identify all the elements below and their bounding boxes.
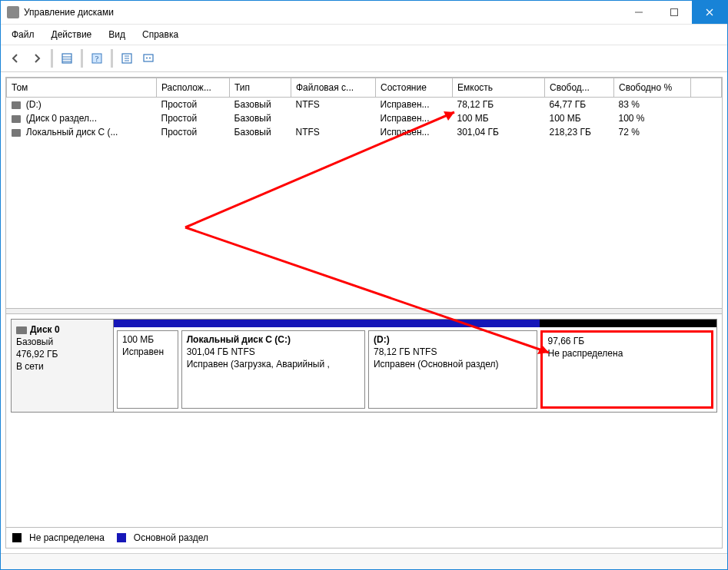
partition-stripe [114,320,170,327]
vol-free: 218,23 ГБ [545,125,614,139]
partition-size: 100 МБ [122,334,173,345]
volume-row[interactable]: (D:)ПростойБазовыйNTFSИсправен...78,12 Г… [7,98,722,112]
vol-name: Локальный диск C (... [24,127,118,138]
vol-free: 64,77 ГБ [545,98,614,112]
maximize-button[interactable] [657,1,692,24]
vol-status: Исправен... [376,125,453,139]
minimize-button[interactable] [621,1,657,24]
col-spacer [691,78,722,98]
disk-name: Диск 0 [30,324,60,335]
partition-status: Исправен [122,346,173,357]
legend-unallocated: Не распределена [29,532,105,543]
legend-swatch-unallocated [12,533,22,542]
vol-fs [291,111,376,125]
statusbar [1,553,727,569]
partition-size: 97,66 ГБ [547,336,706,346]
toolbar-separator [51,49,53,68]
column-headers[interactable]: Том Располож... Тип Файловая с... Состоя… [7,78,722,98]
volume-row[interactable]: Локальный диск C (...ПростойБазовыйNTFSИ… [7,125,722,139]
partition-status: Не распределена [547,348,706,359]
svg-rect-1 [671,9,678,16]
close-button[interactable] [692,1,727,24]
vol-status: Исправен... [376,98,453,112]
partition-status: Исправен (Загрузка, Аварийный , [187,359,360,370]
partition-stripe [363,320,540,327]
partition-status: Исправен (Основной раздел) [374,359,533,370]
settings-button[interactable] [138,49,158,68]
col-type[interactable]: Тип [230,78,291,98]
legend-primary: Основной раздел [134,532,208,543]
vol-capacity: 78,12 ГБ [453,98,545,112]
disk-size: 476,92 ГБ [16,349,108,360]
vol-free: 100 МБ [545,111,614,125]
col-fs[interactable]: Файловая с... [291,78,376,98]
menu-view[interactable]: Вид [101,28,133,41]
partition-title: Локальный диск C (C:) [187,334,360,345]
menubar: Файл Действие Вид Справка [1,25,727,45]
partition-size: 78,12 ГБ NTFS [374,346,533,357]
volume-row[interactable]: (Диск 0 раздел...ПростойБазовыйИсправен.… [7,111,722,125]
app-icon [7,6,19,18]
toolbar-separator [81,49,83,68]
disk-info: Диск 0 Базовый 476,92 ГБ В сети [12,320,114,412]
partition-stripe [170,320,363,327]
col-layout[interactable]: Располож... [157,78,230,98]
vol-fs: NTFS [291,98,376,112]
toolbar: ? [1,45,727,72]
drive-icon [12,115,21,123]
graphical-view[interactable]: Диск 0 Базовый 476,92 ГБ В сети 100 МБИс… [6,314,722,527]
window-controls [621,1,727,24]
partition-box[interactable]: Локальный диск C (C:)301,04 ГБ NTFSИспра… [181,330,365,409]
col-capacity[interactable]: Емкость [453,78,545,98]
vol-type: Базовый [230,111,291,125]
svg-point-16 [149,58,151,59]
content-pane: Том Располож... Тип Файловая с... Состоя… [5,77,723,548]
disk-row[interactable]: Диск 0 Базовый 476,92 ГБ В сети 100 МБИс… [11,319,717,413]
vol-free-pct: 100 % [614,111,691,125]
vol-layout: Простой [157,125,230,139]
vol-layout: Простой [157,98,230,112]
drive-icon [12,101,21,109]
menu-action[interactable]: Действие [44,28,100,41]
vol-fs: NTFS [291,125,376,139]
drive-icon [12,129,21,137]
partition-box[interactable]: 97,66 ГБНе распределена [540,330,713,409]
partition-box[interactable]: 100 МБИсправен [117,330,178,409]
disk-icon [16,326,27,334]
forward-button[interactable] [27,49,47,68]
col-free-pct[interactable]: Свободно % [614,78,691,98]
disk-state: В сети [16,361,108,372]
vol-layout: Простой [157,111,230,125]
menu-file[interactable]: Файл [4,28,42,41]
vol-capacity: 100 МБ [453,111,545,125]
help-button[interactable]: ? [87,49,107,68]
disk-type: Базовый [16,336,108,347]
svg-rect-14 [144,55,153,61]
partition-title: (D:) [374,334,533,345]
back-button[interactable] [5,49,25,68]
vol-capacity: 301,04 ГБ [453,125,545,139]
vol-type: Базовый [230,125,291,139]
vol-type: Базовый [230,98,291,112]
legend: Не распределена Основной раздел [6,527,722,548]
legend-swatch-primary [117,533,126,542]
svg-point-15 [146,58,148,59]
col-status[interactable]: Состояние [376,78,453,98]
properties-button[interactable] [57,49,77,68]
menu-help[interactable]: Справка [135,28,186,41]
partition-stripe [540,320,716,327]
col-volume[interactable]: Том [7,78,157,98]
partitions: 100 МБИсправенЛокальный диск C (C:)301,0… [114,320,716,412]
toolbar-separator [111,49,113,68]
svg-text:?: ? [95,55,99,63]
volume-list[interactable]: Том Располож... Тип Файловая с... Состоя… [6,78,722,308]
vol-name: (D:) [24,99,42,110]
refresh-button[interactable] [117,49,137,68]
vol-name: (Диск 0 раздел... [24,113,97,124]
vol-status: Исправен... [376,111,453,125]
col-free[interactable]: Свобод... [545,78,614,98]
partition-size: 301,04 ГБ NTFS [187,346,360,357]
vol-free-pct: 83 % [614,98,691,112]
partition-box[interactable]: (D:)78,12 ГБ NTFSИсправен (Основной разд… [368,330,538,409]
splitter[interactable] [6,308,722,314]
